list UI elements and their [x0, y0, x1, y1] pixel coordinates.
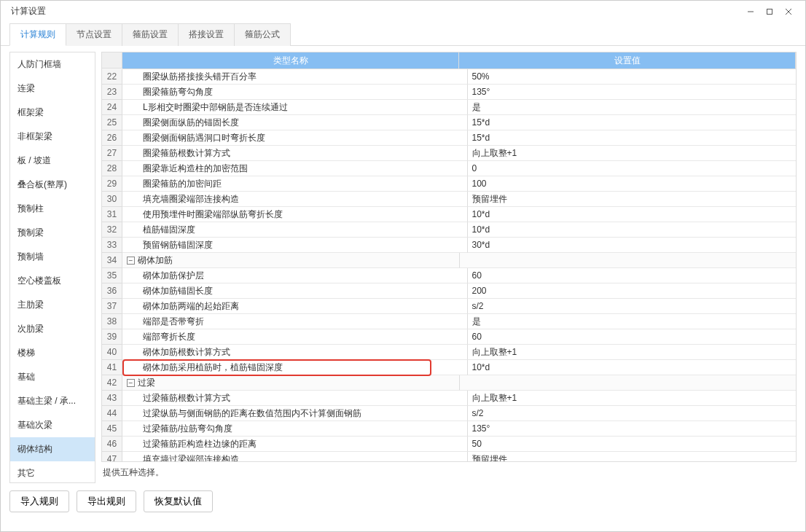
sidebar-item-3[interactable]: 非框架梁 — [10, 125, 95, 149]
minimize-button[interactable] — [741, 2, 760, 21]
table-row[interactable]: 39端部弯折长度60 — [102, 329, 796, 345]
sidebar-item-12[interactable]: 楼梯 — [10, 341, 95, 365]
sidebar-item-13[interactable]: 基础 — [10, 365, 95, 389]
row-value[interactable] — [460, 375, 797, 391]
row-value[interactable]: 10*d — [468, 207, 797, 222]
sidebar-item-17[interactable]: 其它 — [10, 461, 95, 483]
sidebar-item-11[interactable]: 次肋梁 — [10, 317, 95, 341]
tab-3[interactable]: 搭接设置 — [178, 23, 235, 46]
table-row[interactable]: 37砌体加筋两端的起始距离s/2 — [102, 299, 796, 314]
table-row[interactable]: 36砌体加筋锚固长度200 — [102, 283, 796, 299]
tab-2[interactable]: 箍筋设置 — [122, 23, 179, 46]
row-index: 38 — [102, 314, 122, 329]
row-value[interactable]: 10*d — [468, 360, 797, 375]
collapse-toggle-icon[interactable]: − — [127, 379, 135, 387]
table-row[interactable]: 32植筋锚固深度10*d — [102, 222, 796, 238]
row-value[interactable]: 预留埋件 — [468, 192, 797, 207]
row-value[interactable]: 向上取整+1 — [468, 146, 797, 161]
table-row[interactable]: 23圈梁箍筋弯勾角度135° — [102, 85, 796, 100]
row-index: 31 — [102, 207, 122, 222]
row-value[interactable]: 135° — [468, 421, 797, 437]
row-value[interactable]: 60 — [468, 268, 797, 283]
export-rules-button[interactable]: 导出规则 — [77, 490, 136, 512]
row-name: 砌体加筋根数计算方式 — [122, 345, 468, 360]
sidebar-item-14[interactable]: 基础主梁 / 承... — [10, 389, 95, 413]
sidebar-item-7[interactable]: 预制梁 — [10, 221, 95, 245]
close-button[interactable] — [779, 2, 798, 21]
table-row[interactable]: 44过梁纵筋与侧面钢筋的距离在数值范围内不计算侧面钢筋s/2 — [102, 406, 796, 421]
row-value[interactable]: 10*d — [468, 222, 797, 238]
table-row[interactable]: 45过梁箍筋/拉筋弯勾角度135° — [102, 421, 796, 437]
row-index: 33 — [102, 238, 122, 253]
row-value[interactable]: 50 — [468, 437, 797, 452]
header-name: 类型名称 — [122, 52, 459, 69]
table-row[interactable]: 22圈梁纵筋搭接接头错开百分率50% — [102, 69, 796, 85]
row-index: 44 — [102, 406, 122, 421]
row-value[interactable]: 50% — [468, 69, 797, 85]
tab-4[interactable]: 箍筋公式 — [234, 23, 291, 46]
table-row[interactable]: 28圈梁靠近构造柱的加密范围0 — [102, 161, 796, 176]
sidebar-item-9[interactable]: 空心楼盖板 — [10, 269, 95, 293]
sidebar-item-16[interactable]: 砌体结构 — [10, 437, 95, 461]
row-value[interactable]: 15*d — [468, 130, 797, 146]
row-value[interactable]: 是 — [468, 314, 797, 329]
row-value[interactable]: s/2 — [468, 406, 797, 421]
sidebar-item-4[interactable]: 板 / 坡道 — [10, 149, 95, 173]
table-row[interactable]: 26圈梁侧面钢筋遇洞口时弯折长度15*d — [102, 130, 796, 146]
row-value[interactable]: 是 — [468, 100, 797, 115]
table-row[interactable]: 43过梁箍筋根数计算方式向上取整+1 — [102, 391, 796, 406]
row-name: 砌体加筋锚固长度 — [122, 283, 468, 299]
tab-0[interactable]: 计算规则 — [9, 23, 66, 46]
main-panel: 类型名称 设置值 22圈梁纵筋搭接接头错开百分率50%23圈梁箍筋弯勾角度135… — [101, 52, 797, 483]
footer: 导入规则 导出规则 恢复默认值 — [1, 483, 805, 520]
table-row[interactable]: 31使用预埋件时圈梁端部纵筋弯折长度10*d — [102, 207, 796, 222]
row-value[interactable]: 200 — [468, 283, 797, 299]
row-value[interactable]: 135° — [468, 85, 797, 100]
sidebar-item-5[interactable]: 叠合板(整厚) — [10, 173, 95, 197]
table-row[interactable]: 38端部是否带弯折是 — [102, 314, 796, 329]
table-row[interactable]: 30填充墙圈梁端部连接构造预留埋件 — [102, 192, 796, 207]
sidebar-item-1[interactable]: 连梁 — [10, 77, 95, 101]
row-index: 22 — [102, 69, 122, 85]
table-row[interactable]: 25圈梁侧面纵筋的锚固长度15*d — [102, 115, 796, 130]
row-name: −砌体加筋 — [122, 253, 460, 268]
row-name: 圈梁箍筋根数计算方式 — [122, 146, 468, 161]
row-value[interactable]: 100 — [468, 176, 797, 192]
sidebar-item-0[interactable]: 人防门框墙 — [10, 52, 95, 77]
import-rules-button[interactable]: 导入规则 — [9, 490, 69, 512]
row-value[interactable]: 15*d — [468, 115, 797, 130]
collapse-toggle-icon[interactable]: − — [127, 257, 135, 265]
row-value[interactable]: 30*d — [468, 238, 797, 253]
row-value[interactable]: 向上取整+1 — [468, 345, 797, 360]
sidebar-item-2[interactable]: 框架梁 — [10, 101, 95, 125]
table-row[interactable]: 41砌体加筋采用植筋时，植筋锚固深度10*d — [102, 360, 796, 375]
row-value[interactable]: 向上取整+1 — [468, 391, 797, 406]
sidebar-item-8[interactable]: 预制墙 — [10, 245, 95, 269]
table-row[interactable]: 27圈梁箍筋根数计算方式向上取整+1 — [102, 146, 796, 161]
sidebar-item-10[interactable]: 主肋梁 — [10, 293, 95, 317]
row-value[interactable] — [460, 253, 797, 268]
table-row[interactable]: 40砌体加筋根数计算方式向上取整+1 — [102, 345, 796, 360]
table-row[interactable]: 35砌体加筋保护层60 — [102, 268, 796, 283]
table-row[interactable]: 29圈梁箍筋的加密间距100 — [102, 176, 796, 192]
row-value[interactable]: 预留埋件 — [468, 452, 797, 461]
sidebar-item-6[interactable]: 预制柱 — [10, 197, 95, 221]
table-row[interactable]: 34−砌体加筋 — [102, 253, 796, 268]
row-index: 45 — [102, 421, 122, 437]
table-row[interactable]: 24L形相交时圈梁中部钢筋是否连续通过是 — [102, 100, 796, 115]
table-row[interactable]: 47填充墙过梁端部连接构造预留埋件 — [102, 452, 796, 461]
hint-text: 提供五种选择。 — [101, 462, 797, 483]
maximize-button[interactable] — [760, 2, 779, 21]
row-value[interactable]: s/2 — [468, 299, 797, 314]
category-sidebar[interactable]: 人防门框墙连梁框架梁非框架梁板 / 坡道叠合板(整厚)预制柱预制梁预制墙空心楼盖… — [9, 52, 95, 483]
table-row[interactable]: 33预留钢筋锚固深度30*d — [102, 238, 796, 253]
grid-body[interactable]: 22圈梁纵筋搭接接头错开百分率50%23圈梁箍筋弯勾角度135°24L形相交时圈… — [102, 69, 796, 461]
table-row[interactable]: 42−过梁 — [102, 375, 796, 391]
sidebar-item-15[interactable]: 基础次梁 — [10, 413, 95, 437]
row-value[interactable]: 0 — [468, 161, 797, 176]
reset-defaults-button[interactable]: 恢复默认值 — [144, 490, 213, 512]
tab-1[interactable]: 节点设置 — [66, 23, 122, 46]
row-value[interactable]: 60 — [468, 329, 797, 345]
row-index: 37 — [102, 299, 122, 314]
table-row[interactable]: 46过梁箍筋距构造柱边缘的距离50 — [102, 437, 796, 452]
